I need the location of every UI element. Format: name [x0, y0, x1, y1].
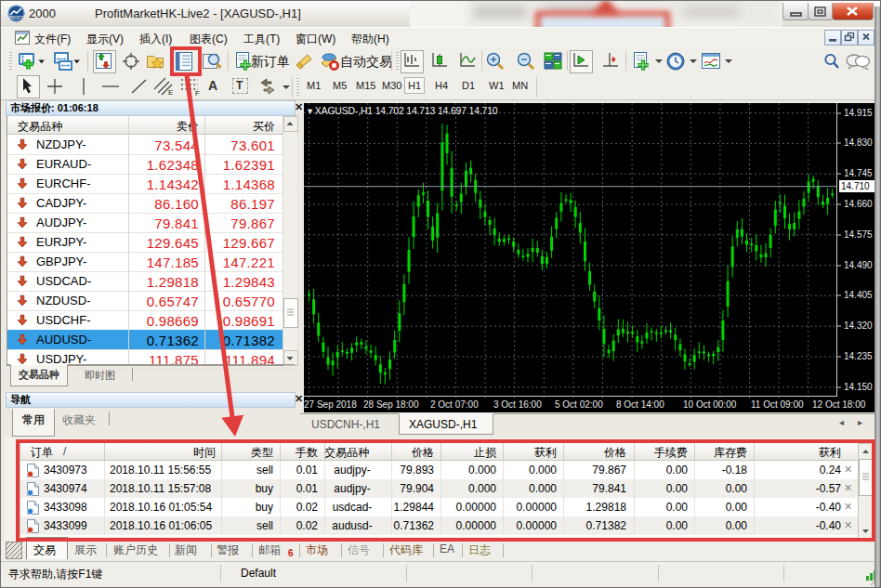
svg-text:PROFIT: PROFIT	[8, 16, 24, 20]
svg-text:F: F	[195, 89, 200, 97]
svg-text:E: E	[168, 88, 173, 97]
